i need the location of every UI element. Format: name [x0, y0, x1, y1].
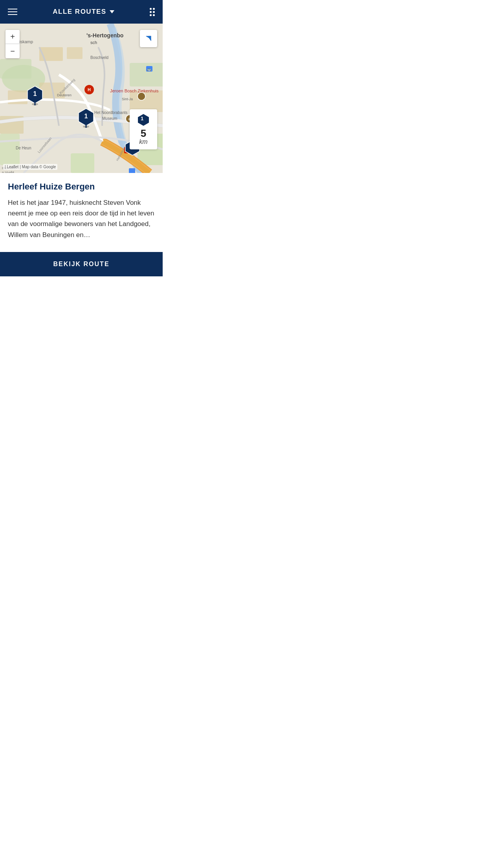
distance-badge: 1 5 km [130, 109, 157, 149]
zoom-out-button[interactable]: − [6, 44, 20, 58]
location-button[interactable] [140, 30, 157, 47]
svg-text:Museum: Museum [102, 116, 117, 121]
map-background: Kooikersweg Postweg Helvoirtseweg Loonse… [0, 24, 163, 173]
list-view-button[interactable] [150, 8, 155, 16]
svg-point-35 [138, 92, 145, 100]
map-view[interactable]: Kooikersweg Postweg Helvoirtseweg Loonse… [0, 24, 163, 173]
route-filter-dropdown[interactable]: ALLE ROUTES [53, 8, 114, 16]
svg-rect-12 [130, 90, 163, 112]
distance-hex-icon: 1 [137, 113, 150, 127]
chevron-down-icon [110, 10, 114, 13]
location-arrow-icon [144, 34, 153, 43]
svg-text:🚌: 🚌 [147, 67, 152, 72]
svg-marker-41 [146, 34, 153, 41]
route-marker-1-b[interactable]: 1 [78, 108, 94, 128]
route-title: Herleef Huize Bergen [8, 182, 155, 192]
svg-rect-3 [130, 63, 163, 86]
svg-text:Boschveld: Boschveld [90, 55, 108, 60]
svg-text:'s-Hertogenbo: 's-Hertogenbo [86, 32, 123, 39]
marker-number: 1 [33, 90, 37, 97]
view-route-button[interactable]: BEKIJK ROUTE [0, 252, 163, 276]
zoom-in-button[interactable]: + [6, 30, 20, 44]
route-marker-1-a[interactable]: 1 [27, 86, 43, 105]
svg-text:sch: sch [90, 40, 97, 45]
svg-text:Sint-Ja: Sint-Ja [122, 97, 133, 101]
zoom-controls: + − [6, 30, 20, 58]
svg-text:Jeroen Bosch Ziekenhuis: Jeroen Bosch Ziekenhuis [110, 88, 159, 93]
svg-rect-6 [71, 153, 94, 173]
svg-point-43 [85, 127, 87, 128]
svg-rect-2 [0, 59, 31, 79]
distance-unit: km [135, 138, 152, 145]
svg-text:Deuteren: Deuteren [57, 93, 72, 97]
distance-value: 5 [135, 128, 152, 138]
svg-rect-40 [129, 168, 135, 173]
marker-number: 1 [84, 113, 88, 120]
svg-text:De Heun: De Heun [16, 146, 31, 150]
route-description: Het is het jaar 1947, huisknecht Steven … [8, 197, 155, 240]
svg-rect-8 [67, 47, 83, 59]
svg-text:Het Noordbrabants: Het Noordbrabants [94, 110, 128, 115]
marker-number-small: 1 [130, 143, 133, 150]
map-attribution: | Leaflet | Map data © Google [3, 164, 57, 170]
svg-text:p Vught: p Vught [2, 171, 14, 173]
route-content: Herleef Huize Bergen Het is het jaar 194… [0, 173, 163, 248]
app-header: ALLE ROUTES [0, 0, 163, 24]
hamburger-menu-button[interactable] [8, 9, 17, 15]
svg-point-42 [34, 105, 36, 105]
svg-text:H: H [88, 87, 91, 92]
header-title-text: ALLE ROUTES [53, 8, 106, 16]
